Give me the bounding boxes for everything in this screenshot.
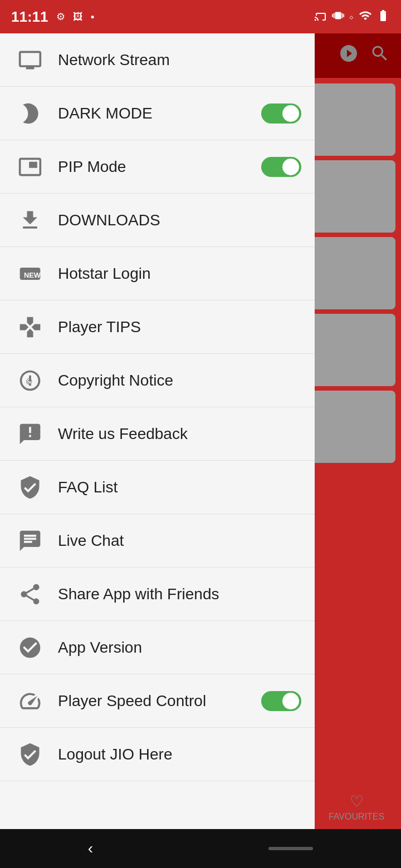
menu-item-write-feedback[interactable]: Write us Feedback <box>0 407 315 461</box>
status-time: 11:11 <box>11 8 48 26</box>
player-tips-label: Player TIPS <box>58 318 301 336</box>
gamepad-icon <box>13 310 47 344</box>
chat-icon <box>13 524 47 558</box>
bg-download-icon <box>339 43 359 68</box>
feedback-icon <box>13 417 47 451</box>
menu-item-dark-mode[interactable]: DARK MODE <box>0 87 315 140</box>
menu-item-live-chat[interactable]: Live Chat <box>0 514 315 568</box>
home-indicator[interactable] <box>268 847 313 850</box>
menu-item-downloads[interactable]: DOWNLOADS <box>0 194 315 247</box>
check-circle-icon <box>13 631 47 664</box>
shield-check-icon <box>13 471 47 504</box>
tv-icon <box>13 43 47 77</box>
pip-mode-toggle-knob <box>282 159 299 175</box>
image-icon: 🖼 <box>73 11 83 23</box>
menu-item-hotstar-login[interactable]: NEW Hotstar Login <box>0 247 315 300</box>
menu-item-app-version[interactable]: App Version <box>0 621 315 674</box>
gear-icon: ⚙ <box>56 11 65 23</box>
svg-text:NEW: NEW <box>24 271 41 279</box>
dot-icon: ● <box>91 13 95 21</box>
pip-icon <box>13 150 47 184</box>
navigation-drawer: Network Stream DARK MODE PIP Mode DOWNLO… <box>0 33 315 829</box>
download-icon <box>13 204 47 237</box>
dark-mode-toggle-knob <box>282 105 299 122</box>
faq-list-label: FAQ List <box>58 479 301 496</box>
live-chat-label: Live Chat <box>58 532 301 550</box>
logout-shield-icon <box>13 738 47 771</box>
hotstar-login-label: Hotstar Login <box>58 265 301 283</box>
copyright-notice-label: Copyright Notice <box>58 372 301 389</box>
menu-item-pip-mode[interactable]: PIP Mode <box>0 140 315 194</box>
menu-item-player-tips[interactable]: Player TIPS <box>0 300 315 354</box>
menu-item-copyright-notice[interactable]: © Copyright Notice <box>0 354 315 407</box>
menu-item-logout-jio[interactable]: Logout JIO Here <box>0 728 315 781</box>
svg-text:©: © <box>26 377 32 386</box>
pip-mode-toggle[interactable] <box>261 157 301 177</box>
favourites-label: FAVOURITES <box>329 812 384 822</box>
bg-search-icon <box>370 43 390 68</box>
battery-icon <box>376 9 390 25</box>
moon-icon <box>13 97 47 130</box>
logout-jio-label: Logout JIO Here <box>58 746 301 763</box>
menu-item-faq-list[interactable]: FAQ List <box>0 461 315 514</box>
menu-item-share-app[interactable]: Share App with Friends <box>0 568 315 621</box>
arrow-icon: ⬦ <box>349 12 354 22</box>
status-bar: 11:11 ⚙ 🖼 ● ⬦ <box>0 0 401 33</box>
player-speed-label: Player Speed Control <box>58 692 261 710</box>
bottom-navigation: ‹ <box>0 829 401 868</box>
player-speed-toggle-knob <box>282 693 299 709</box>
speed-icon <box>13 684 47 718</box>
downloads-label: DOWNLOADS <box>58 211 301 229</box>
favourites-heart-icon: ♡ <box>350 792 364 811</box>
menu-item-player-speed[interactable]: Player Speed Control <box>0 674 315 728</box>
back-button[interactable]: ‹ <box>88 840 93 857</box>
app-version-label: App Version <box>58 639 301 657</box>
write-feedback-label: Write us Feedback <box>58 425 301 443</box>
share-app-label: Share App with Friends <box>58 585 301 603</box>
new-badge-icon: NEW <box>13 257 47 290</box>
bg-bottom-nav: ♡ FAVOURITES <box>312 785 401 829</box>
wifi-icon <box>359 9 372 25</box>
vibrate-icon <box>332 9 344 24</box>
share-icon <box>13 578 47 611</box>
pip-mode-label: PIP Mode <box>58 158 261 176</box>
menu-item-network-stream[interactable]: Network Stream <box>0 33 315 87</box>
copyright-icon: © <box>13 364 47 397</box>
network-stream-label: Network Stream <box>58 51 301 69</box>
dark-mode-toggle[interactable] <box>261 103 301 124</box>
player-speed-toggle[interactable] <box>261 691 301 711</box>
dark-mode-label: DARK MODE <box>58 105 261 122</box>
cast-icon <box>314 9 327 25</box>
